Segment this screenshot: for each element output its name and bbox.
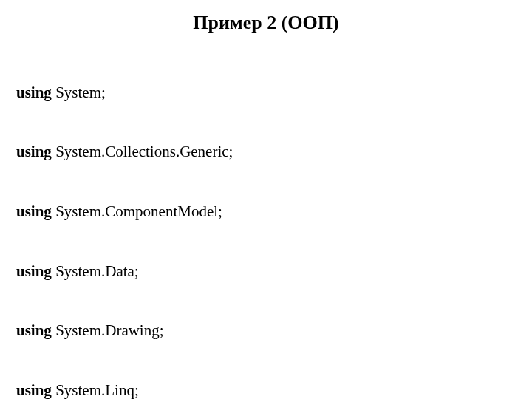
using-text: System.Linq; [52, 381, 139, 399]
using-text: System.Data; [52, 262, 139, 280]
keyword-using: using [16, 381, 52, 399]
keyword-using: using [16, 83, 52, 101]
using-text: System.Collections.Generic; [52, 143, 233, 160]
using-text: System.ComponentModel; [52, 202, 222, 220]
using-text: System; [52, 83, 106, 101]
keyword-using: using [16, 143, 52, 160]
code-block: using System; using System.Collections.G… [16, 43, 516, 399]
slide: Пример 2 (ООП) using System; using Syste… [0, 0, 532, 399]
using-line: using System.ComponentModel; [16, 202, 516, 222]
using-line: using System.Linq; [16, 381, 516, 399]
using-line: using System.Collections.Generic; [16, 142, 516, 162]
using-line: using System; [16, 83, 516, 103]
keyword-using: using [16, 202, 52, 220]
slide-title: Пример 2 (ООП) [16, 12, 516, 34]
keyword-using: using [16, 262, 52, 280]
keyword-using: using [16, 321, 52, 339]
using-line: using System.Data; [16, 262, 516, 282]
using-text: System.Drawing; [52, 321, 164, 339]
using-line: using System.Drawing; [16, 321, 516, 341]
